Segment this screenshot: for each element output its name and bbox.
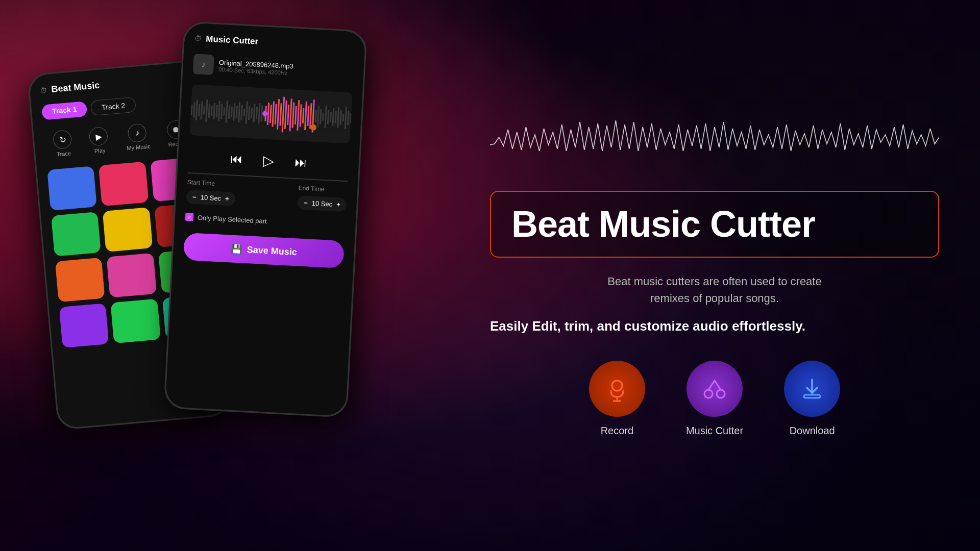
- phone2-device: ⏱ Music Cutter ♪ Original_205896248.mp3 …: [163, 21, 367, 418]
- pad-7[interactable]: [107, 253, 157, 298]
- svg-line-72: [708, 381, 715, 390]
- trace-icon: ↻: [53, 130, 72, 149]
- svg-rect-36: [279, 103, 282, 126]
- start-time-label: Start Time: [187, 179, 236, 188]
- phone2-title: Music Cutter: [206, 34, 259, 46]
- end-time-input[interactable]: − 10 Sec +: [297, 195, 347, 212]
- svg-rect-5: [203, 106, 205, 114]
- start-time-group: Start Time − 10 Sec +: [186, 179, 236, 206]
- start-decrease-btn[interactable]: −: [192, 193, 197, 201]
- svg-rect-25: [253, 104, 256, 122]
- svg-rect-39: [287, 105, 289, 125]
- start-time-value: 10 Sec: [200, 193, 221, 202]
- end-increase-btn[interactable]: +: [336, 201, 340, 208]
- svg-rect-15: [228, 105, 230, 119]
- record-icon-circle: [589, 361, 645, 417]
- only-play-label: Only Play Selected part: [198, 214, 267, 225]
- svg-rect-1: [193, 102, 195, 117]
- svg-rect-41: [292, 103, 295, 128]
- svg-rect-57: [332, 109, 334, 126]
- svg-rect-21: [243, 109, 246, 116]
- svg-rect-58: [335, 111, 337, 123]
- svg-rect-55: [327, 110, 329, 124]
- svg-rect-43: [297, 100, 300, 131]
- svg-rect-24: [251, 108, 253, 118]
- svg-point-66: [310, 124, 316, 131]
- highlight-text: Easily Edit, trim, and customize audio e…: [490, 317, 939, 335]
- feature-record: Record: [589, 361, 645, 437]
- svg-rect-38: [284, 101, 287, 129]
- play-btn[interactable]: ▶ Play: [89, 127, 109, 155]
- svg-rect-53: [322, 113, 324, 121]
- waveform-display[interactable]: [189, 84, 352, 143]
- feature-download: Download: [784, 361, 840, 437]
- pad-6[interactable]: [55, 258, 105, 303]
- tab1[interactable]: Track 1: [41, 101, 88, 120]
- svg-rect-18: [236, 106, 238, 118]
- svg-rect-22: [246, 102, 248, 124]
- phones-section: ⏱ Beat Music Track 1 Track 2 ↻ Trace ▶ P…: [0, 0, 439, 551]
- svg-rect-62: [345, 107, 347, 129]
- end-decrease-btn[interactable]: −: [304, 199, 308, 207]
- trace-label: Trace: [57, 150, 71, 157]
- skip-forward-btn[interactable]: ⏭: [294, 155, 307, 169]
- svg-rect-64: [350, 113, 352, 123]
- pad-10[interactable]: [111, 298, 161, 343]
- svg-rect-61: [342, 114, 345, 121]
- svg-rect-63: [347, 111, 349, 125]
- record-feature-label: Record: [601, 425, 633, 437]
- svg-rect-13: [223, 107, 225, 115]
- start-time-input[interactable]: − 10 Sec +: [186, 190, 235, 206]
- right-content: Beat Music Cutter Beat music cutters are…: [439, 0, 980, 551]
- svg-rect-32: [270, 105, 272, 123]
- trace-btn[interactable]: ↻ Trace: [53, 130, 73, 158]
- pad-9[interactable]: [59, 303, 109, 348]
- svg-rect-74: [804, 395, 820, 398]
- mymusic-icon: ♪: [127, 123, 147, 143]
- svg-rect-46: [304, 102, 307, 130]
- skip-back-btn[interactable]: ⏮: [230, 152, 242, 166]
- main-title: Beat Music Cutter: [511, 204, 918, 244]
- cutter-icon-circle: [687, 361, 743, 417]
- play-label: Play: [94, 147, 105, 154]
- end-time-value: 10 Sec: [311, 199, 332, 208]
- svg-rect-3: [198, 104, 200, 116]
- svg-rect-45: [302, 108, 305, 123]
- save-music-button[interactable]: 💾 Save Music: [183, 233, 345, 268]
- svg-point-71: [717, 390, 725, 398]
- decorative-waveform: [490, 114, 939, 176]
- pad-3[interactable]: [51, 212, 101, 257]
- phone2-clock-icon: ⏱: [194, 34, 202, 43]
- mymusic-btn[interactable]: ♪ My Music: [125, 123, 151, 152]
- svg-rect-2: [195, 100, 198, 120]
- svg-rect-59: [337, 107, 339, 128]
- mymusic-label: My Music: [127, 143, 151, 152]
- svg-rect-12: [220, 104, 223, 119]
- play-pause-btn[interactable]: ▷: [262, 152, 275, 169]
- svg-rect-6: [205, 99, 208, 122]
- feature-cutter: Music Cutter: [686, 361, 743, 437]
- svg-rect-33: [272, 101, 275, 127]
- pad-1[interactable]: [99, 162, 149, 207]
- pad-0[interactable]: [47, 166, 97, 211]
- svg-rect-56: [330, 112, 332, 122]
- svg-rect-10: [215, 105, 217, 117]
- svg-rect-17: [233, 103, 235, 120]
- file-thumbnail: ♪: [193, 54, 214, 75]
- only-play-checkbox[interactable]: ✓: [185, 213, 194, 221]
- svg-rect-50: [314, 110, 316, 122]
- svg-rect-35: [277, 99, 280, 130]
- svg-line-73: [715, 381, 721, 390]
- features-row: Record Music Cutter Downl: [490, 361, 939, 437]
- phone1-title: Beat Music: [51, 80, 100, 95]
- start-increase-btn[interactable]: +: [225, 195, 229, 203]
- pad-4[interactable]: [103, 207, 153, 252]
- svg-rect-7: [208, 104, 210, 118]
- tab2[interactable]: Track 2: [90, 97, 136, 116]
- end-time-group: End Time − 10 Sec +: [297, 184, 347, 212]
- svg-point-67: [612, 381, 622, 391]
- svg-rect-34: [275, 104, 277, 124]
- svg-rect-44: [300, 104, 302, 127]
- title-box: Beat Music Cutter: [490, 191, 939, 258]
- file-details: Original_205896248.mp3 00:40 Sec, 63kbps…: [218, 58, 293, 76]
